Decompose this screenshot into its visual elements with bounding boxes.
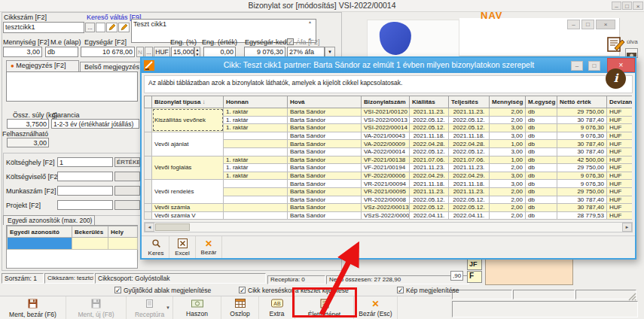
bizonylat-tipus-cell[interactable]: Vevői ajánlat bbox=[152, 132, 224, 156]
eng-ertek-input[interactable]: 0,00 bbox=[203, 47, 236, 57]
blank-button[interactable] bbox=[96, 23, 105, 32]
bizonylat-tipus-cell[interactable]: Vevői számla bbox=[152, 204, 224, 212]
toolbar-button-profit[interactable]: Haszon bbox=[173, 296, 221, 319]
table-cell[interactable]: VF-2021/00138 bbox=[362, 156, 410, 164]
table-cell[interactable]: Barta Sándor bbox=[288, 180, 362, 188]
column-header[interactable]: Hová bbox=[288, 96, 362, 108]
table-cell[interactable]: VA-2022/00009 bbox=[362, 140, 410, 148]
egyedi-row[interactable] bbox=[8, 238, 138, 250]
notes-box[interactable] bbox=[485, 257, 573, 285]
table-cell[interactable]: 3,00 bbox=[490, 172, 526, 180]
table-cell[interactable]: 2022.04.28. bbox=[449, 140, 490, 148]
table-cell[interactable]: 9 076,30 bbox=[557, 172, 607, 180]
minimize-icon[interactable]: – bbox=[612, 2, 621, 10]
table-cell[interactable] bbox=[224, 196, 288, 204]
table-cell[interactable]: db bbox=[526, 211, 557, 220]
popup-minimize-icon[interactable]: – bbox=[571, 61, 583, 71]
table-cell[interactable]: VF-2021/00194 bbox=[362, 164, 410, 172]
table-cell[interactable]: VR-2022/00008 bbox=[362, 196, 410, 204]
table-row[interactable]: Vevői számlaBarta SándorVSz-2022/0001320… bbox=[145, 204, 633, 212]
table-cell[interactable] bbox=[224, 211, 288, 220]
table-cell[interactable]: Barta Sándor bbox=[288, 196, 362, 204]
table-cell[interactable] bbox=[224, 180, 288, 188]
table-cell[interactable]: 2021.11.23. bbox=[410, 164, 449, 172]
table-cell[interactable]: 2021.07.06. bbox=[410, 156, 449, 164]
column-header[interactable]: M.egység bbox=[526, 96, 557, 108]
info-icon[interactable]: i bbox=[606, 68, 626, 89]
table-cell[interactable]: db bbox=[526, 180, 557, 188]
table-cell[interactable]: 2,00 bbox=[490, 204, 526, 212]
row-indicator-cell[interactable] bbox=[145, 180, 152, 204]
table-cell[interactable]: VA-2021/00043 bbox=[362, 132, 410, 140]
table-cell[interactable]: VSz-2022/00013 bbox=[362, 204, 410, 212]
scroll-right-icon[interactable]: ► bbox=[622, 223, 632, 232]
popup-toolbar-button-excel[interactable]: Excel bbox=[169, 236, 196, 258]
table-cell[interactable]: HUF bbox=[607, 108, 633, 117]
resize-grip-icon[interactable] bbox=[628, 290, 636, 304]
table-cell[interactable]: 1. raktár bbox=[224, 164, 288, 172]
column-header[interactable]: Honnan bbox=[224, 96, 288, 108]
column-header[interactable]: Teljesítés bbox=[449, 96, 490, 108]
table-cell[interactable]: 9 076,30 bbox=[557, 180, 607, 188]
table-cell[interactable]: 2022.05.12. bbox=[449, 124, 490, 132]
table-row[interactable]: Vevői ajánlatBarta SándorVA-2021/0004320… bbox=[145, 132, 633, 140]
megjegyzes-textarea[interactable] bbox=[6, 71, 138, 102]
kereses-checkbox[interactable]: ✓ bbox=[239, 287, 246, 293]
table-cell[interactable]: VSI-2021/00120 bbox=[362, 108, 410, 117]
table-cell[interactable]: 2022.04.11. bbox=[410, 211, 449, 220]
table-cell[interactable]: HUF bbox=[607, 211, 633, 220]
table-cell[interactable]: VR-2021/00095 bbox=[362, 187, 410, 196]
table-cell[interactable]: Barta Sándor bbox=[288, 108, 362, 117]
table-cell[interactable]: Barta Sándor bbox=[288, 124, 362, 132]
me-alap-field[interactable]: db bbox=[45, 47, 78, 57]
table-cell[interactable] bbox=[224, 147, 288, 156]
table-cell[interactable]: VR-2021/00094 bbox=[362, 180, 410, 188]
toolbar-button-columns[interactable]: Oszlop bbox=[221, 296, 259, 319]
table-cell[interactable]: 29 750,00 bbox=[557, 164, 607, 172]
popup-toolbar-button-close[interactable]: ✕Bezár bbox=[196, 236, 222, 258]
munkaszam-input[interactable] bbox=[57, 186, 113, 196]
table-cell[interactable]: 9 076,30 bbox=[557, 132, 607, 140]
table-cell[interactable]: 2021.11.23. bbox=[449, 108, 490, 117]
column-header[interactable]: Bizonylat típusa ↓ bbox=[152, 96, 224, 108]
table-cell[interactable]: 2021.11.18. bbox=[449, 180, 490, 188]
table-cell[interactable] bbox=[224, 187, 288, 196]
dropdown-caret-icon[interactable]: ▼ bbox=[166, 305, 170, 310]
bg-close-icon[interactable]: × bbox=[596, 20, 615, 29]
scroll-left-icon[interactable]: ◄ bbox=[145, 223, 154, 232]
table-cell[interactable]: 9 076,30 bbox=[557, 124, 607, 132]
table-cell[interactable] bbox=[224, 204, 288, 212]
table-cell[interactable]: Barta Sándor bbox=[288, 204, 362, 212]
table-cell[interactable]: 2,00 bbox=[490, 196, 526, 204]
afa-dropdown-icon[interactable]: ▼ bbox=[325, 47, 335, 57]
egyedi-col-header[interactable]: Egyedi azonosító bbox=[8, 226, 72, 238]
table-cell[interactable]: VSI-2022/00013 bbox=[362, 116, 410, 124]
table-cell[interactable]: 2022.04.28. bbox=[410, 140, 449, 148]
table-cell[interactable]: 30 787,40 bbox=[557, 116, 607, 124]
bizonylat-tipus-cell[interactable]: Vevői foglalás bbox=[152, 156, 224, 180]
table-cell[interactable]: HUF bbox=[607, 132, 633, 140]
table-cell[interactable]: 2021.11.23. bbox=[410, 187, 449, 196]
table-cell[interactable]: 1. raktár bbox=[224, 116, 288, 124]
table-cell[interactable]: VSI-2022/00014 bbox=[362, 124, 410, 132]
column-header[interactable]: Mennyiség bbox=[490, 96, 526, 108]
bizonylat-tipus-cell[interactable]: Vevői számla V bbox=[152, 211, 224, 220]
table-cell[interactable]: HUF bbox=[607, 164, 633, 172]
table-cell[interactable]: HUF bbox=[607, 116, 633, 124]
row-indicator-cell[interactable] bbox=[145, 108, 152, 132]
close-icon[interactable]: × bbox=[633, 2, 643, 10]
column-header[interactable]: Nettó érték bbox=[557, 96, 607, 108]
table-cell[interactable]: 3,00 bbox=[490, 124, 526, 132]
currency-lookup-button[interactable]: ... bbox=[145, 47, 153, 57]
edit-pencil-icon[interactable] bbox=[106, 23, 118, 32]
n-button[interactable]: N bbox=[136, 47, 144, 57]
bg-minimize-icon[interactable]: – bbox=[567, 20, 580, 29]
egyedi-cell[interactable] bbox=[72, 238, 108, 250]
egysegar-input[interactable]: 10 678,00 bbox=[81, 47, 135, 57]
tab-megjegyzes[interactable]: ● Megjegyzés [F2] bbox=[6, 60, 79, 71]
table-row[interactable]: Kiszállítás vevőnek1. raktárBarta Sándor… bbox=[145, 108, 633, 117]
table-cell[interactable]: 2022.05.12. bbox=[449, 147, 490, 156]
table-cell[interactable]: db bbox=[526, 132, 557, 140]
table-cell[interactable]: 1. raktár bbox=[224, 108, 288, 117]
popup-titlebar[interactable]: Cikk: Teszt cikk1 partner: Barta Sándor … bbox=[142, 58, 635, 73]
